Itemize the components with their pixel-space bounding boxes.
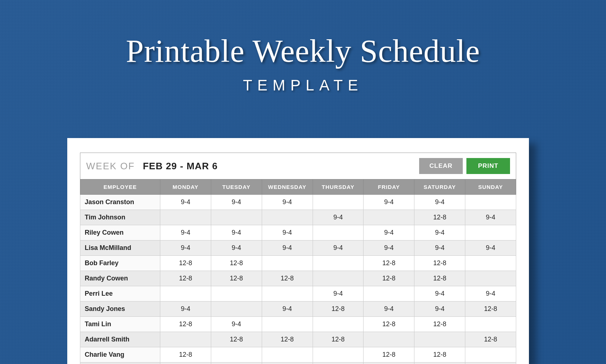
shift-cell-mon[interactable] (160, 363, 211, 364)
shift-cell-wed[interactable]: 12-8 (262, 332, 313, 347)
shift-cell-wed[interactable]: 12-8 (262, 363, 313, 364)
shift-cell-sat[interactable]: 12-8 (414, 317, 465, 332)
shift-cell-thu[interactable] (313, 256, 364, 271)
employee-name[interactable]: Lisa McMilland (80, 240, 160, 256)
shift-cell-tue[interactable] (211, 347, 262, 363)
shift-cell-tue[interactable] (211, 302, 262, 317)
shift-cell-fri[interactable]: 12-8 (364, 347, 414, 363)
shift-cell-mon[interactable]: 9-4 (160, 302, 211, 317)
employee-name[interactable]: Perri Lee (80, 286, 160, 302)
shift-cell-thu[interactable]: 12-8 (313, 363, 364, 364)
shift-cell-thu[interactable]: 9-4 (313, 240, 364, 256)
employee-name[interactable]: Bob Farley (80, 256, 160, 271)
shift-cell-tue[interactable] (211, 210, 262, 225)
shift-cell-sat[interactable]: 9-4 (414, 195, 465, 210)
employee-name[interactable]: Riley Cowen (80, 225, 160, 240)
shift-cell-sat[interactable]: 9-4 (414, 240, 465, 256)
shift-cell-mon[interactable]: 9-4 (160, 225, 211, 240)
shift-cell-fri[interactable]: 12-8 (364, 363, 414, 364)
shift-cell-mon[interactable]: 12-8 (160, 317, 211, 332)
shift-cell-sat[interactable]: 12-8 (414, 210, 465, 225)
shift-cell-wed[interactable]: 9-4 (262, 225, 313, 240)
shift-cell-sun[interactable]: 9-4 (465, 286, 516, 302)
shift-cell-wed[interactable] (262, 317, 313, 332)
shift-cell-fri[interactable]: 9-4 (364, 302, 414, 317)
shift-cell-fri[interactable] (364, 210, 414, 225)
shift-cell-sat[interactable] (414, 332, 465, 347)
shift-cell-tue[interactable]: 9-4 (211, 225, 262, 240)
employee-name[interactable]: Charlie Vang (80, 347, 160, 363)
shift-cell-sun[interactable]: 9-4 (465, 210, 516, 225)
employee-name[interactable]: Thomas Edmunson (80, 363, 160, 364)
shift-cell-fri[interactable] (364, 332, 414, 347)
shift-cell-sun[interactable] (465, 225, 516, 240)
shift-cell-sat[interactable]: 9-4 (414, 286, 465, 302)
shift-cell-sun[interactable] (465, 195, 516, 210)
shift-cell-sat[interactable]: 9-4 (414, 302, 465, 317)
shift-cell-wed[interactable] (262, 286, 313, 302)
shift-cell-mon[interactable] (160, 286, 211, 302)
shift-cell-thu[interactable] (313, 195, 364, 210)
shift-cell-wed[interactable]: 9-4 (262, 195, 313, 210)
shift-cell-sat[interactable]: 12-8 (414, 347, 465, 363)
shift-cell-tue[interactable]: 12-8 (211, 332, 262, 347)
shift-cell-thu[interactable] (313, 347, 364, 363)
employee-name[interactable]: Adarrell Smith (80, 332, 160, 347)
shift-cell-mon[interactable] (160, 210, 211, 225)
col-wednesday: WEDNESDAY (262, 179, 313, 195)
shift-cell-mon[interactable]: 12-8 (160, 256, 211, 271)
shift-cell-sun[interactable] (465, 271, 516, 286)
week-of-label: WEEK OF (86, 161, 135, 172)
shift-cell-sat[interactable]: 9-4 (414, 363, 465, 364)
shift-cell-thu[interactable]: 9-4 (313, 210, 364, 225)
shift-cell-mon[interactable]: 12-8 (160, 347, 211, 363)
shift-cell-tue[interactable]: 12-8 (211, 271, 262, 286)
shift-cell-mon[interactable] (160, 332, 211, 347)
shift-cell-sun[interactable]: 12-8 (465, 302, 516, 317)
shift-cell-wed[interactable]: 9-4 (262, 302, 313, 317)
shift-cell-mon[interactable]: 9-4 (160, 195, 211, 210)
shift-cell-thu[interactable] (313, 225, 364, 240)
shift-cell-wed[interactable] (262, 347, 313, 363)
shift-cell-wed[interactable] (262, 210, 313, 225)
print-button[interactable]: PRINT (466, 158, 510, 174)
shift-cell-sun[interactable]: 9-4 (465, 363, 516, 364)
shift-cell-fri[interactable]: 12-8 (364, 317, 414, 332)
shift-cell-tue[interactable]: 12-8 (211, 256, 262, 271)
shift-cell-mon[interactable]: 12-8 (160, 271, 211, 286)
shift-cell-fri[interactable]: 9-4 (364, 225, 414, 240)
shift-cell-mon[interactable]: 9-4 (160, 240, 211, 256)
shift-cell-tue[interactable]: 9-4 (211, 195, 262, 210)
shift-cell-sun[interactable] (465, 256, 516, 271)
shift-cell-sun[interactable] (465, 317, 516, 332)
shift-cell-thu[interactable]: 12-8 (313, 332, 364, 347)
shift-cell-fri[interactable]: 9-4 (364, 240, 414, 256)
employee-name[interactable]: Tim Johnson (80, 210, 160, 225)
shift-cell-sat[interactable]: 12-8 (414, 271, 465, 286)
shift-cell-wed[interactable]: 9-4 (262, 240, 313, 256)
shift-cell-thu[interactable] (313, 317, 364, 332)
shift-cell-fri[interactable]: 12-8 (364, 256, 414, 271)
shift-cell-fri[interactable] (364, 286, 414, 302)
shift-cell-sun[interactable]: 9-4 (465, 240, 516, 256)
shift-cell-fri[interactable]: 9-4 (364, 195, 414, 210)
shift-cell-thu[interactable]: 9-4 (313, 286, 364, 302)
shift-cell-tue[interactable] (211, 286, 262, 302)
shift-cell-fri[interactable]: 12-8 (364, 271, 414, 286)
employee-name[interactable]: Tami Lin (80, 317, 160, 332)
clear-button[interactable]: CLEAR (419, 158, 463, 174)
employee-name[interactable]: Randy Cowen (80, 271, 160, 286)
shift-cell-thu[interactable]: 12-8 (313, 302, 364, 317)
shift-cell-sun[interactable] (465, 347, 516, 363)
shift-cell-thu[interactable] (313, 271, 364, 286)
shift-cell-tue[interactable]: 9-4 (211, 317, 262, 332)
shift-cell-wed[interactable] (262, 256, 313, 271)
shift-cell-sat[interactable]: 9-4 (414, 225, 465, 240)
employee-name[interactable]: Jason Cranston (80, 195, 160, 210)
shift-cell-sat[interactable]: 12-8 (414, 256, 465, 271)
shift-cell-tue[interactable]: 9-4 (211, 240, 262, 256)
shift-cell-wed[interactable]: 12-8 (262, 271, 313, 286)
shift-cell-tue[interactable]: 12-8 (211, 363, 262, 364)
shift-cell-sun[interactable]: 12-8 (465, 332, 516, 347)
employee-name[interactable]: Sandy Jones (80, 302, 160, 317)
